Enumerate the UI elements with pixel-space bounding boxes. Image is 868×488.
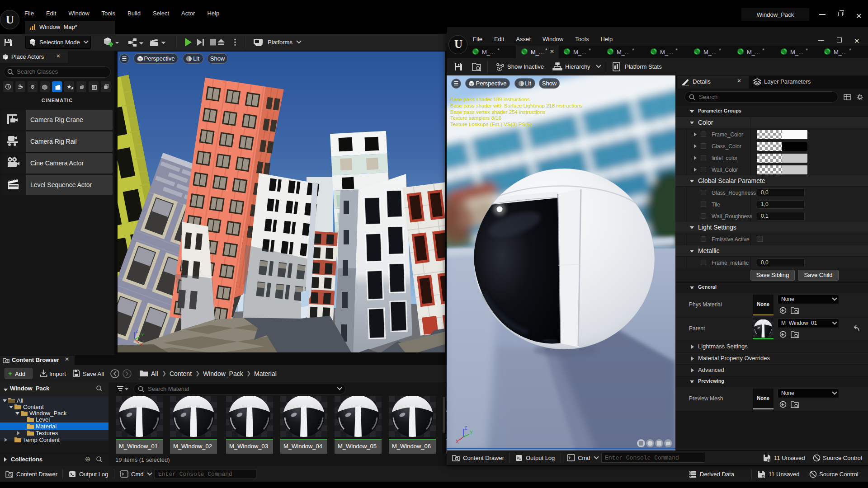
svg-text:Texture Lookups (Est.) VS(3): Texture Lookups (Est.) VS(3) PS(5) — [450, 122, 532, 127]
svg-text:Z: Z — [136, 329, 138, 333]
svg-text:Base pass shader with Surface: Base pass shader with Surface Lightmap 2… — [450, 103, 583, 108]
svg-text:Y: Y — [470, 430, 473, 435]
svg-text:X: X — [456, 439, 459, 444]
svg-text:X: X — [140, 343, 143, 347]
svg-text:Base pass shader 189 instruct: Base pass shader 189 instructions — [450, 97, 530, 102]
svg-text:Texture samplers 8/16: Texture samplers 8/16 — [450, 115, 501, 121]
svg-text:Y: Y — [141, 333, 144, 337]
svg-text:Base pass vertex shader 254 i: Base pass vertex shader 254 instructions — [450, 109, 546, 115]
svg-text:Z: Z — [464, 426, 467, 431]
